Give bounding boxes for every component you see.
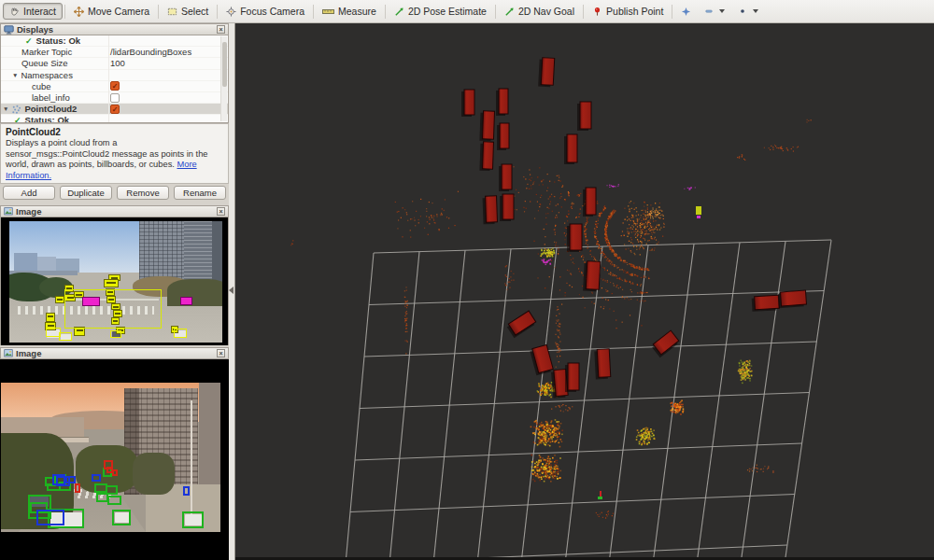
property-value[interactable]: 100 xyxy=(110,58,125,68)
image-icon xyxy=(4,207,13,216)
property-checkbox[interactable] xyxy=(110,93,120,103)
add-tool-icon xyxy=(681,7,691,17)
toolbar-separator xyxy=(583,5,584,19)
displays-scrollbar[interactable] xyxy=(220,36,227,121)
image1-titlebar[interactable]: Image × xyxy=(0,205,229,217)
detection-box-red xyxy=(106,467,113,473)
tool-label: Move Camera xyxy=(88,6,149,17)
property-label: Status: Ok xyxy=(36,35,81,46)
dropdown-caret-icon xyxy=(753,9,758,13)
detection-box-red xyxy=(75,483,80,493)
property-label: Queue Size xyxy=(21,58,68,68)
displays-row-status-ok[interactable]: ✓Status: Ok xyxy=(1,35,228,47)
toolbar-separator xyxy=(672,5,672,19)
panel-splitter[interactable] xyxy=(229,23,235,560)
detection-overlay xyxy=(1,383,220,532)
detection-label xyxy=(104,279,119,287)
tool-move-camera[interactable]: Move Camera xyxy=(67,3,156,20)
select-icon xyxy=(167,7,177,17)
rviz-window: InteractMove CameraSelectFocus CameraMea… xyxy=(0,0,934,560)
detection-box-blue xyxy=(183,486,190,496)
detection-box-green xyxy=(182,511,204,528)
render-viewport-3d[interactable] xyxy=(235,23,934,560)
displays-button-row: AddDuplicateRemoveRename xyxy=(0,186,229,201)
displays-row-namespaces[interactable]: ▼Namespaces xyxy=(1,70,228,81)
displays-row-label-info[interactable]: label_info xyxy=(1,92,228,104)
expander-icon[interactable]: ▼ xyxy=(12,72,18,78)
image2-titlebar[interactable]: Image × xyxy=(0,347,229,359)
detection-label xyxy=(55,296,64,303)
detection-label-special xyxy=(180,297,192,305)
tool-interact[interactable]: Interact xyxy=(3,3,63,20)
tool-2d-nav-goal[interactable]: 2D Nav Goal xyxy=(498,3,581,20)
focus-camera-icon xyxy=(226,7,236,17)
tool-remove-tool[interactable] xyxy=(698,4,731,19)
rename-button[interactable]: Rename xyxy=(174,186,226,200)
toolbar-separator xyxy=(313,5,314,19)
detection-box xyxy=(110,330,121,338)
duplicate-button[interactable]: Duplicate xyxy=(60,186,112,200)
interact-icon xyxy=(9,7,20,17)
detection-box-green xyxy=(107,496,121,505)
detection-label xyxy=(46,313,55,322)
measure-icon xyxy=(322,7,334,17)
tool-add-tool[interactable] xyxy=(674,4,698,20)
tool-label: 2D Nav Goal xyxy=(518,6,574,17)
status-ok-check-icon: ✓ xyxy=(14,116,21,123)
panel-title-label: Displays xyxy=(17,24,53,35)
remove-tool-icon xyxy=(704,7,714,16)
close-icon[interactable]: × xyxy=(217,25,225,34)
displays-panel-titlebar[interactable]: Displays × xyxy=(0,23,229,35)
property-label: Marker Topic xyxy=(21,47,72,57)
property-checkbox[interactable]: ✓ xyxy=(110,105,120,114)
detection-box xyxy=(174,329,187,338)
tool-label: Interact xyxy=(23,6,56,17)
image-panel-1: Image × xyxy=(0,205,229,345)
camera-photo-tinted xyxy=(1,383,220,532)
panel-title-label: Image xyxy=(16,206,41,217)
displays-row-status-ok[interactable]: ✓Status: Ok xyxy=(1,115,228,123)
property-label: PointCloud2 xyxy=(24,104,77,114)
property-value[interactable]: /lidarBoundingBoxes xyxy=(110,47,191,57)
expander-icon[interactable]: ▼ xyxy=(3,105,8,112)
camera-image-tinted xyxy=(0,359,229,560)
tool-tool-options[interactable] xyxy=(731,4,765,19)
description-body: Displays a point cloud from a sensor_msg… xyxy=(6,138,223,181)
collapse-arrow-icon[interactable] xyxy=(229,287,234,294)
displays-icon xyxy=(4,25,14,35)
close-icon[interactable]: × xyxy=(217,207,225,216)
displays-row-queue-size[interactable]: Queue Size100 xyxy=(1,58,228,69)
move-camera-icon xyxy=(74,7,84,17)
property-label: Namespaces xyxy=(21,70,72,80)
displays-row-cube[interactable]: cube✓ xyxy=(1,81,228,92)
displays-row-marker-topic[interactable]: Marker Topic/lidarBoundingBoxes xyxy=(1,47,228,58)
detection-box xyxy=(59,332,72,341)
property-checkbox[interactable]: ✓ xyxy=(110,81,120,91)
tool-2d-pose-estimate[interactable]: 2D Pose Estimate xyxy=(388,3,493,20)
remove-button[interactable]: Remove xyxy=(117,186,169,200)
detection-box-green xyxy=(112,510,131,525)
add-button[interactable]: Add xyxy=(3,186,55,200)
toolbar-separator xyxy=(64,5,65,19)
tool-publish-point[interactable]: Publish Point xyxy=(586,3,670,20)
camera-image-day xyxy=(0,217,229,345)
panel-title-label: Image xyxy=(16,348,41,358)
tool-focus-camera[interactable]: Focus Camera xyxy=(219,3,311,20)
description-title: PointCloud2 xyxy=(6,127,223,137)
tool-label: Measure xyxy=(338,6,376,17)
tool-select[interactable]: Select xyxy=(161,3,215,20)
scrollbar-thumb[interactable] xyxy=(222,42,227,87)
tool-label: Select xyxy=(181,6,208,17)
pointcloud-canvas[interactable] xyxy=(235,23,934,557)
tool-label: Publish Point xyxy=(606,6,663,17)
detection-box-blue xyxy=(92,474,101,482)
detection-overlay xyxy=(9,221,222,343)
displays-panel: Displays × ✓Status: OkMarker Topic/lidar… xyxy=(0,23,229,123)
toolbar-separator xyxy=(385,5,386,19)
image-icon xyxy=(4,349,13,357)
displays-row-pointcloud2[interactable]: ▼PointCloud2✓ xyxy=(1,104,228,115)
pointcloud2-icon xyxy=(11,105,21,114)
close-icon[interactable]: × xyxy=(217,349,225,357)
toolbar-separator xyxy=(495,5,496,19)
tool-measure[interactable]: Measure xyxy=(316,3,383,20)
